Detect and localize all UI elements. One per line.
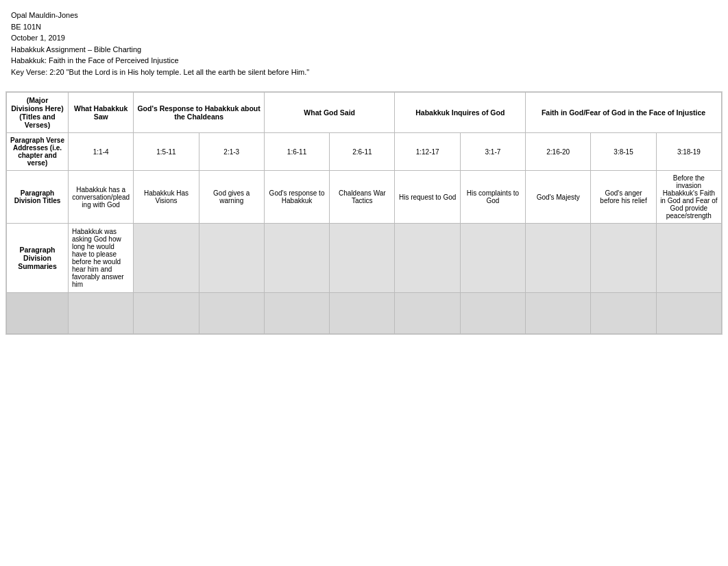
extra-3 — [199, 293, 264, 334]
title-5: Chaldeans War Tactics — [330, 171, 395, 224]
summary-10-blurred — [656, 224, 721, 293]
verse-3-8-15: 3:8-15 — [591, 133, 656, 171]
bible-chart-table: (Major Divisions Here) (Titles and Verse… — [5, 91, 723, 335]
verse-1-5-11: 1:5-11 — [134, 133, 199, 171]
extra-8 — [526, 293, 591, 334]
verse-2-16-20: 2:16-20 — [526, 133, 591, 171]
extra-label — [7, 293, 69, 334]
title-9: God's anger before his relief — [591, 171, 656, 224]
summary-8-blurred — [526, 224, 591, 293]
key-verse: Key Verse: 2:20 "But the Lord is in His … — [11, 67, 717, 78]
paragraph-title-header: Paragraph Division Titles — [7, 171, 69, 224]
verse-1-1-4: 1:1-4 — [69, 133, 134, 171]
summary-9-blurred — [591, 224, 656, 293]
title-7: His complaints to God — [460, 171, 525, 224]
title-10: Before the invasion Habakkuk's Faith in … — [656, 171, 721, 224]
title-6: His request to God — [395, 171, 460, 224]
verse-1-6-11: 1:6-11 — [264, 133, 329, 171]
summary-row: Paragraph Division Summaries Habakkuk wa… — [7, 224, 722, 293]
title-3: God gives a warning — [199, 171, 264, 224]
verse-address-header: Paragraph Verse Addresses (i.e. chapter … — [7, 133, 69, 171]
verse-2-6-11: 2:6-11 — [330, 133, 395, 171]
assignment: Habakkuk Assignment – Bible Charting — [11, 44, 717, 56]
title-8: God's Majesty — [526, 171, 591, 224]
summary-3-blurred — [199, 224, 264, 293]
summary-header: Paragraph Division Summaries — [7, 224, 69, 293]
major-div-3: What God Said — [264, 93, 395, 133]
title-4: God's response to Habakkuk — [264, 171, 329, 224]
major-div-5: Faith in God/Fear of God in the Face of … — [526, 93, 722, 133]
major-divisions-row: (Major Divisions Here) (Titles and Verse… — [7, 93, 722, 133]
extra-9 — [591, 293, 656, 334]
extra-6 — [395, 293, 460, 334]
extra-1 — [69, 293, 134, 334]
verse-2-1-3: 2:1-3 — [199, 133, 264, 171]
major-divisions-header: (Major Divisions Here) (Titles and Verse… — [7, 93, 69, 133]
title-1: Habakkuk has a conversation/pleading wit… — [69, 171, 134, 224]
extra-10 — [656, 293, 721, 334]
major-div-4: Habakkuk Inquires of God — [395, 93, 526, 133]
verse-3-1-7: 3:1-7 — [460, 133, 525, 171]
course: BE 101N — [11, 21, 717, 33]
extra-row — [7, 293, 722, 334]
document-header: Opal Mauldin-Jones BE 101N October 1, 20… — [0, 0, 728, 84]
summary-2-blurred — [134, 224, 199, 293]
summary-6-blurred — [395, 224, 460, 293]
verse-1-12-17: 1:12-17 — [395, 133, 460, 171]
verse-3-18-19: 3:18-19 — [656, 133, 721, 171]
extra-5 — [330, 293, 395, 334]
title-2: Habakkuk Has Visions — [134, 171, 199, 224]
summary-5-blurred — [330, 224, 395, 293]
date: October 1, 2019 — [11, 32, 717, 44]
author-name: Opal Mauldin-Jones — [11, 10, 717, 21]
major-div-2: God's Response to Habakkuk about the Cha… — [134, 93, 265, 133]
summary-7-blurred — [460, 224, 525, 293]
extra-2 — [134, 293, 199, 334]
summary-4-blurred — [264, 224, 329, 293]
summary-1: Habakkuk was asking God how long he woul… — [69, 224, 134, 293]
verse-address-row: Paragraph Verse Addresses (i.e. chapter … — [7, 133, 722, 171]
extra-4 — [264, 293, 329, 334]
extra-7 — [460, 293, 525, 334]
major-div-1: What Habakkuk Saw — [69, 93, 134, 133]
paragraph-title-row: Paragraph Division Titles Habakkuk has a… — [7, 171, 722, 224]
document-title: Habakkuk: Faith in the Face of Perceived… — [11, 55, 717, 67]
